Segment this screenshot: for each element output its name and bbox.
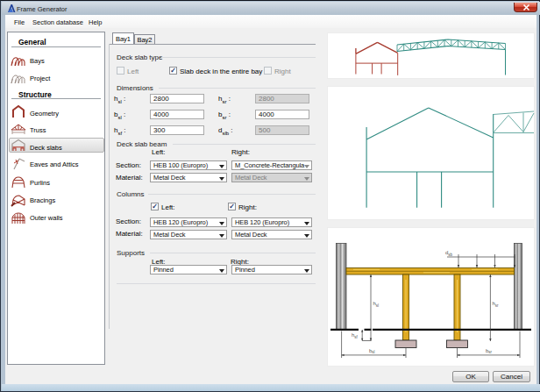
svg-text:hsf: hsf [352, 332, 359, 339]
svg-text:dsb: dsb [445, 250, 453, 257]
svg-text:bsl: bsl [369, 348, 375, 355]
svg-text:bsr: bsr [486, 348, 493, 355]
svg-text:hsl: hsl [373, 301, 380, 308]
svg-text:hsr: hsr [493, 301, 500, 308]
